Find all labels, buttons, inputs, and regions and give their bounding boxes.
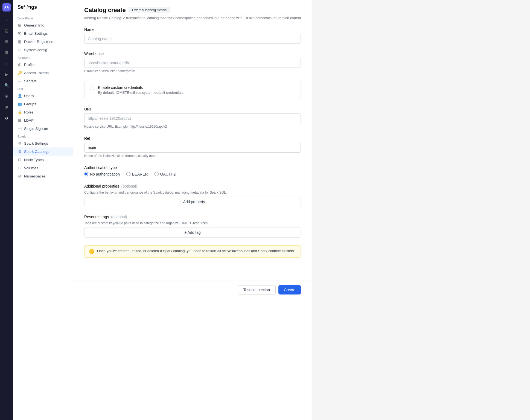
auth-oauth2[interactable]: OAUTH2: [155, 172, 176, 176]
sidebar-item-label: Roles: [24, 110, 34, 114]
sidebar-item-users[interactable]: 👤 Users: [13, 92, 73, 100]
sidebar-item-ldap[interactable]: ⊟ LDAP: [13, 116, 73, 124]
nav-upload[interactable]: ↑: [2, 59, 11, 68]
sidebar-item-single-sign-on[interactable]: →| Single Sign-on: [13, 124, 73, 133]
warning-text: Once you've created, edited, or deleted …: [97, 249, 294, 253]
namespaces-icon: ⊙: [18, 174, 22, 178]
sidebar-item-label: LDAP: [24, 118, 34, 122]
ref-hint: Name of the initial Nessie reference, us…: [84, 154, 301, 158]
radio-bearer[interactable]: [126, 172, 130, 176]
sidebar-item-namespaces[interactable]: ⊙ Namespaces: [13, 172, 73, 180]
uri-hint: Nessie service URL. Example: http://ness…: [84, 125, 301, 129]
sidebar-item-groups[interactable]: 👥 Groups: [13, 100, 73, 108]
nav-code[interactable]: ▶: [2, 69, 11, 79]
radio-oauth2[interactable]: [155, 172, 159, 176]
add-property-button[interactable]: + Add property: [84, 197, 301, 207]
avatar[interactable]: AA: [2, 3, 11, 11]
uri-input[interactable]: [84, 113, 301, 123]
auth-type-radio-group: No authentication BEARER OAUTH2: [84, 172, 301, 176]
uri-label: URI: [84, 107, 301, 111]
sidebar-collapse-button[interactable]: ›: [24, 6, 29, 11]
test-connection-button[interactable]: Test connection: [238, 285, 276, 294]
nav-settings[interactable]: ⚙: [2, 113, 11, 123]
spark-settings-icon: ⚙: [18, 141, 22, 145]
page-badge: External Iceberg Nessie: [129, 7, 170, 13]
nav-shield[interactable]: ⛨: [2, 102, 11, 112]
section-spark: Spark: [13, 133, 73, 139]
resource-tags-label: Resource tags (optional): [84, 215, 301, 219]
auth-type-label: Authentication type: [84, 165, 301, 170]
resource-tags-hint: Tags are custom key/value pairs used to …: [84, 221, 301, 225]
credentials-checkbox[interactable]: [90, 86, 94, 90]
uri-section: URI Nessie service URL. Example: http://…: [84, 107, 301, 129]
sidebar-item-label: Access Tokens: [24, 71, 49, 75]
credentials-title: Enable custom credentials: [98, 85, 184, 90]
ref-input[interactable]: main: [84, 143, 301, 153]
sidebar-item-label: Docker Registries: [24, 40, 53, 44]
settings-title: Settings: [13, 4, 73, 14]
page-subtitle: Iceberg Nessie Catalog: A transactional …: [84, 15, 301, 21]
page-title: Catalog create: [84, 7, 126, 14]
nav-plugin[interactable]: ⊕: [2, 91, 11, 101]
sidebar-item-node-types[interactable]: ⊟ Node Types: [13, 156, 73, 164]
page-header: Catalog create External Iceberg Nessie: [84, 7, 301, 14]
sidebar-item-label: Email Settings: [24, 31, 48, 36]
sidebar-item-access-tokens[interactable]: 🔑 Access Tokens: [13, 69, 73, 77]
system-config-icon: □: [18, 48, 22, 52]
action-bar: Test connection Create: [73, 281, 312, 299]
sidebar-item-label: Secrets: [24, 79, 37, 83]
create-button[interactable]: Create: [278, 285, 301, 294]
ref-section: Ref main Name of the initial Nessie refe…: [84, 136, 301, 158]
sidebar-item-system-config[interactable]: □ System config: [13, 46, 73, 54]
icon-sidebar: AA ⌂ ▤ ⊞ ▦ ↑ ▶ 🔍 ⊕ ⛨ ⚙: [0, 0, 13, 420]
sidebar-item-secrets[interactable]: ··· Secrets: [13, 77, 73, 85]
sidebar-item-label: Namespaces: [24, 174, 46, 178]
warning-banner: 🟡 Once you've created, edited, or delete…: [84, 245, 301, 258]
credentials-box: Enable custom credentials By default, IO…: [84, 81, 301, 99]
warehouse-hint: Example: s3a://bucket-name/prefix: [84, 69, 301, 73]
nav-search[interactable]: 🔍: [2, 80, 11, 90]
ldap-icon: ⊟: [18, 118, 22, 122]
nav-table[interactable]: ▦: [2, 48, 11, 57]
radio-bearer-label: BEARER: [132, 172, 148, 176]
auth-no-auth[interactable]: No authentication: [84, 172, 120, 176]
email-settings-icon: ✉: [18, 31, 22, 36]
profile-icon: ◎: [18, 62, 22, 67]
nav-home[interactable]: ⌂: [2, 15, 11, 25]
users-icon: 👤: [18, 94, 22, 98]
sidebar-item-roles[interactable]: 🔒 Roles: [13, 108, 73, 116]
sidebar-item-spark-catalogs[interactable]: ⚙ Spark Catalogs: [13, 147, 73, 156]
sidebar-item-general-info[interactable]: ⊞ General Info: [13, 21, 73, 29]
credentials-subtitle: By default, IOMETE utilizes system defau…: [98, 91, 184, 95]
auth-bearer[interactable]: BEARER: [126, 172, 148, 176]
additional-properties-optional: (optional): [121, 184, 137, 188]
access-tokens-icon: 🔑: [18, 71, 22, 75]
sidebar-item-label: General Info: [24, 23, 44, 27]
spark-catalogs-icon: ⚙: [18, 149, 22, 154]
resource-tags-optional: (optional): [111, 215, 127, 219]
sidebar-item-label: Groups: [24, 102, 36, 106]
add-tag-button[interactable]: + Add tag: [84, 227, 301, 238]
main-content: Catalog create External Iceberg Nessie I…: [73, 0, 312, 420]
sidebar-item-docker-registries[interactable]: ▦ Docker Registries: [13, 37, 73, 46]
sidebar-item-profile[interactable]: ◎ Profile: [13, 60, 73, 69]
groups-icon: 👥: [18, 102, 22, 106]
node-types-icon: ⊟: [18, 158, 22, 162]
sidebar-item-email-settings[interactable]: ✉ Email Settings: [13, 29, 73, 37]
warehouse-section: Warehouse Example: s3a://bucket-name/pre…: [84, 51, 301, 73]
additional-properties-label: Additional properties (optional): [84, 184, 301, 188]
sidebar-item-label: Spark Settings: [24, 141, 48, 145]
sidebar-item-volumes[interactable]: □ Volumes: [13, 164, 73, 172]
roles-icon: 🔒: [18, 110, 22, 114]
additional-properties-hint: Configure the behavior and performance o…: [84, 191, 301, 194]
name-input[interactable]: [84, 34, 301, 44]
section-iam: IAM: [13, 85, 73, 92]
sidebar-item-spark-settings[interactable]: ⚙ Spark Settings: [13, 139, 73, 147]
nav-layout[interactable]: ⊞: [2, 37, 11, 46]
secrets-icon: ···: [18, 79, 22, 83]
radio-no-auth[interactable]: [84, 172, 88, 176]
warehouse-input[interactable]: [84, 58, 301, 68]
warning-icon: 🟡: [89, 249, 94, 254]
auth-type-section: Authentication type No authentication BE…: [84, 165, 301, 176]
nav-layers[interactable]: ▤: [2, 26, 11, 36]
